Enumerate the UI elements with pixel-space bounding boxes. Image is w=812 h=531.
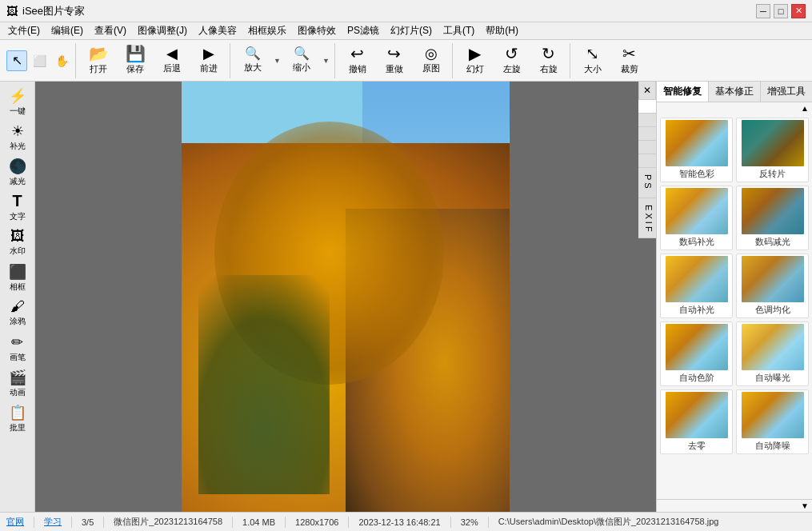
rotateleft-button[interactable]: ↺ 左旋 [494,44,530,78]
fill-light-button[interactable]: ☀ 补光 [2,120,33,154]
forward-button[interactable]: ▶ 前进 [191,44,226,78]
rp-scroll-top: ▲ [657,102,812,114]
crop-button[interactable]: ✂ 裁剪 [612,44,647,78]
status-datetime: 2023-12-13 16:48:21 [358,517,440,527]
menu-help[interactable]: 帮助(H) [481,22,523,39]
frame-button[interactable]: ⬛ 相框 [2,261,33,294]
menu-beauty[interactable]: 人像美容 [194,22,242,39]
save-button[interactable]: 💾 保存 [118,44,153,78]
zoomout-arrow[interactable]: ▼ [321,55,331,66]
filllight-label: 补光 [10,141,26,152]
status-sep-8 [488,517,489,528]
redo-button[interactable]: ↪ 重做 [377,44,412,78]
menu-edit[interactable]: 编辑(E) [46,22,88,39]
vtab-frame[interactable]: 相框娱乐 [638,127,656,141]
select-arrow-button[interactable]: ↖ [6,50,27,71]
brush-button[interactable]: ✏ 画笔 [2,331,33,365]
open-button[interactable]: 📂 打开 [81,44,116,78]
menu-tools[interactable]: 工具(T) [438,22,479,39]
thumb-img [742,188,804,234]
menu-slide[interactable]: 幻灯片(S) [386,22,437,39]
effect-digital-fill[interactable]: 数码补光 [660,186,733,250]
vtab-style[interactable]: 风格特效 [638,154,656,168]
original-icon: ◎ [425,46,438,61]
tab-smartfix[interactable]: 智能修复 [657,82,709,102]
menu-adjust[interactable]: 图像调整(J) [133,22,192,39]
batch-icon: 📋 [9,404,26,421]
toolbar-edit-group: ↩ 撤销 ↪ 重做 ◎ 原图 [337,43,453,78]
status-website-link[interactable]: 官网 [6,516,24,528]
effect-remove-red[interactable]: 去零 [660,389,733,454]
undo-button[interactable]: ↩ 撤销 [340,44,375,78]
effect-label-digital-reduce: 数码减光 [755,236,790,248]
menu-file[interactable]: 文件(E) [3,22,45,39]
effect-tone-eq[interactable]: 色调均化 [736,254,809,318]
toolbar-view-group: ▶ 幻灯 ↺ 左旋 ↻ 右旋 [454,43,570,78]
zoomin-icon: 🔍 [245,47,261,60]
maximize-button[interactable]: □ [774,4,788,18]
frame-label: 相框 [10,281,26,293]
status-filename: 微信图片_20231213164758 [114,516,222,528]
menu-effect[interactable]: 图像特效 [293,22,341,39]
rp-scroll-bottom: ▼ [657,499,812,512]
effect-denoise[interactable]: 自动降噪 [736,389,809,454]
vtab-close-button[interactable]: ✕ [638,82,656,100]
minimize-button[interactable]: ─ [756,4,770,18]
vtab-shadow[interactable]: 影楼效果 [638,141,656,154]
menu-view[interactable]: 查看(V) [90,22,131,39]
original-label: 原图 [422,62,440,74]
hand-button[interactable]: ✋ [51,50,72,71]
status-learn-link[interactable]: 学习 [44,516,62,528]
slideshow-button[interactable]: ▶ 幻灯 [458,44,493,78]
statusbar: 官网 学习 3/5 微信图片_20231213164758 1.04 MB 12… [0,512,812,531]
image-canvas [182,82,510,512]
effect-label-remove-red: 去零 [688,440,706,452]
onekey-button[interactable]: ⚡ 一键 [2,85,33,118]
scroll-down-button[interactable]: ▼ [801,501,809,510]
menu-ps[interactable]: PS滤镜 [342,22,384,39]
back-button[interactable]: ◀ 后退 [154,44,190,78]
effect-label-smart-color: 智能色彩 [679,168,714,180]
effect-auto-shadow[interactable]: 自动色阶 [660,321,733,386]
vtab-ps[interactable]: P S 滤镜 [638,168,656,198]
doodle-button[interactable]: 🖌 涂鸦 [2,296,33,329]
status-sep-1 [34,517,34,528]
effect-digital-reduce[interactable]: 数码减光 [736,186,809,250]
thumb-img [742,392,804,438]
tab-enhance[interactable]: 增强工具 [761,82,812,102]
reduce-light-button[interactable]: 🌑 减光 [2,155,33,189]
status-page: 3/5 [82,517,94,527]
close-button[interactable]: ✕ [791,4,806,18]
effect-thumb-digital-reduce [742,188,804,234]
zoomin-label: 放大 [244,62,262,74]
forward-label: 前进 [200,62,218,74]
text-button[interactable]: T 文字 [2,190,33,224]
zoomout-button[interactable]: 🔍 缩小 [284,44,319,78]
batch-button[interactable]: 📋 批里 [2,401,33,435]
menu-frame[interactable]: 相框娱乐 [243,22,291,39]
scroll-up-button[interactable]: ▲ [801,104,809,113]
vtab-beauty[interactable]: 人像美容 [638,114,656,127]
effect-auto-fill[interactable]: 自动补光 [660,254,733,318]
vertical-tabs-panel: ✕ 照片修复 人像美容 相框娱乐 影楼效果 风格特效 P S 滤镜 E X I … [638,82,656,238]
zoom-arrow[interactable]: ▼ [272,55,282,66]
tab-basicfix[interactable]: 基本修正 [709,82,761,102]
vtab-exif[interactable]: E X I F [638,198,656,239]
watermark-label: 水印 [10,246,26,257]
effect-smart-color[interactable]: 智能色彩 [660,118,733,182]
right-panel-content: 智能色彩 反转片 数码补光 [657,114,812,499]
toolbar: ↖ ⬜ ✋ 📂 打开 💾 保存 ◀ 后退 ▶ 前进 🔍 放大 ▼ 🔍 缩小 [0,40,812,82]
rotateright-button[interactable]: ↻ 右旋 [531,44,566,78]
rotateleft-icon: ↺ [505,46,518,62]
vtab-photofix[interactable]: 照片修复 [638,100,656,114]
effect-invert[interactable]: 反转片 [736,118,809,182]
effect-thumb-auto-fill [666,256,728,302]
effect-auto-expose[interactable]: 自动曝光 [736,321,809,386]
effect-label-auto-shadow: 自动色阶 [679,372,714,384]
select-rect-button[interactable]: ⬜ [29,50,50,71]
resize-button[interactable]: ⤡ 大小 [575,44,610,78]
zoomin-button[interactable]: 🔍 放大 [235,44,270,78]
animation-button[interactable]: 🎬 动画 [2,366,33,400]
watermark-button[interactable]: 🖼 水印 [2,226,33,259]
original-button[interactable]: ◎ 原图 [414,44,449,78]
